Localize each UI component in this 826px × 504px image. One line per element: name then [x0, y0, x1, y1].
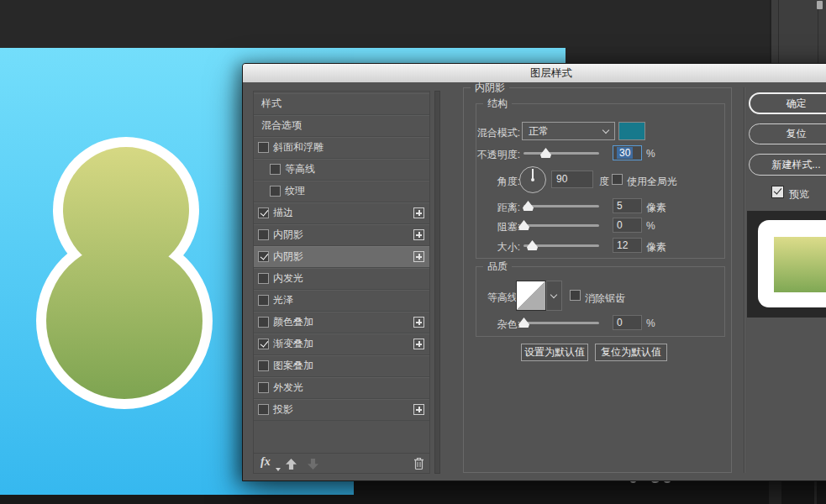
style-list-item-pattern-overlay[interactable]: 图案叠加	[254, 355, 429, 377]
noise-unit: %	[646, 318, 655, 329]
effect-checkbox[interactable]	[258, 251, 269, 262]
effect-checkbox[interactable]	[258, 207, 269, 218]
style-list-item-label: 内阴影	[273, 246, 303, 267]
panel-edge	[769, 481, 781, 504]
quality-legend: 品质	[483, 261, 512, 272]
choke-value: 0	[617, 219, 623, 231]
size-input[interactable]: 12	[613, 238, 642, 253]
noise-label: 杂色:	[443, 318, 520, 332]
style-list-item-label: 颜色叠加	[273, 312, 313, 333]
style-list-item-contour[interactable]: 等高线	[254, 159, 429, 181]
move-effect-down-icon[interactable]	[308, 459, 318, 470]
angle-label: 角度:	[443, 175, 520, 189]
size-value: 12	[617, 239, 628, 251]
effect-checkbox[interactable]	[258, 382, 269, 393]
add-effect-button[interactable]	[413, 207, 424, 218]
effect-checkbox[interactable]	[258, 295, 269, 306]
preview-checkbox[interactable]	[771, 186, 784, 198]
effect-checkbox[interactable]	[270, 186, 281, 197]
choke-unit: %	[646, 220, 655, 232]
style-list-item-drop-shadow[interactable]: 投影	[254, 399, 429, 421]
fx-icon[interactable]: fx	[260, 455, 271, 469]
preview-shape-fill	[774, 237, 826, 292]
add-effect-button[interactable]	[413, 229, 424, 240]
style-list-item-bevel-emboss[interactable]: 斜面和浮雕	[254, 137, 429, 159]
style-list-item-blending-options[interactable]: 混合选项	[254, 115, 429, 137]
delete-effect-trash-icon[interactable]	[413, 457, 424, 470]
distance-unit: 像素	[646, 201, 666, 215]
chevron-down-icon	[550, 291, 557, 298]
angle-value: 90	[556, 173, 567, 185]
style-list-item-label: 样式	[261, 93, 281, 114]
style-list-item-styles[interactable]: 样式	[254, 93, 429, 115]
angle-input[interactable]: 90	[551, 171, 593, 188]
reset-default-button[interactable]: 复位为默认值	[595, 344, 667, 361]
use-global-light-checkbox[interactable]	[612, 174, 623, 185]
panel-header: 内阴影	[471, 82, 509, 93]
structure-legend: 结构	[483, 98, 512, 109]
add-effect-button[interactable]	[413, 404, 424, 415]
shadow-color-swatch[interactable]	[618, 122, 645, 140]
ok-button[interactable]: 确定	[749, 92, 826, 114]
antialias-label: 消除锯齿	[585, 291, 625, 306]
style-list-item-outer-glow[interactable]: 外发光	[254, 377, 429, 399]
style-list-item-satin[interactable]: 光泽	[254, 290, 429, 312]
antialias-checkbox[interactable]	[570, 290, 581, 301]
choke-label: 阻塞:	[443, 220, 520, 234]
effect-checkbox[interactable]	[258, 404, 269, 415]
style-list-toolbar: fx	[254, 453, 429, 474]
style-list-item-label: 外发光	[273, 377, 303, 398]
style-list-item-label: 渐变叠加	[273, 333, 313, 354]
contour-thumbnail[interactable]	[516, 281, 546, 311]
dialog-titlebar[interactable]: 图层样式	[243, 64, 826, 82]
noise-slider[interactable]	[523, 322, 599, 324]
style-list-item-stroke[interactable]: 描边	[254, 202, 429, 224]
angle-dial[interactable]	[519, 166, 546, 193]
distance-slider[interactable]	[523, 205, 599, 207]
effect-checkbox[interactable]	[258, 317, 269, 328]
effect-checkbox[interactable]	[258, 229, 269, 240]
choke-input[interactable]: 0	[613, 218, 642, 233]
style-list-item-inner-glow[interactable]: 内发光	[254, 268, 429, 290]
move-effect-up-icon[interactable]	[286, 459, 297, 470]
choke-slider[interactable]	[523, 224, 599, 227]
effect-checkbox[interactable]	[258, 273, 269, 284]
style-list-item-color-overlay[interactable]: 颜色叠加	[254, 312, 429, 333]
noise-value: 0	[617, 317, 623, 328]
style-list-item-texture[interactable]: 纹理	[254, 181, 429, 202]
cancel-button[interactable]: 复位	[749, 123, 826, 144]
panel-edge	[814, 481, 817, 504]
style-list-item-gradient-overlay[interactable]: 渐变叠加	[254, 333, 429, 355]
panel-collapse-icon[interactable]	[817, 1, 823, 9]
effect-checkbox[interactable]	[258, 142, 269, 153]
style-list-item-inner-shadow-1[interactable]: 内阴影	[254, 224, 429, 246]
style-list-item-label: 图案叠加	[273, 355, 313, 376]
noise-input[interactable]: 0	[613, 315, 642, 330]
distance-input[interactable]: 5	[613, 198, 642, 213]
shape-fill	[46, 147, 203, 399]
style-list-item-inner-shadow-2-selected[interactable]: 内阴影	[254, 246, 429, 268]
effect-checkbox[interactable]	[258, 339, 269, 349]
contour-label: 等高线:	[443, 291, 520, 305]
effect-checkbox[interactable]	[258, 360, 269, 371]
blend-mode-dropdown[interactable]: 正常	[522, 122, 615, 140]
style-list-item-label: 光泽	[273, 290, 293, 311]
new-style-button[interactable]: 新建样式...	[749, 154, 826, 176]
preview-label: 预览	[789, 187, 809, 202]
add-effect-button[interactable]	[413, 317, 424, 328]
use-global-light-label: 使用全局光	[627, 175, 677, 189]
photoshop-workspace: 图层样式 样式 混合选项 斜面和浮雕 等高线 纹理	[0, 0, 826, 504]
effect-checkbox[interactable]	[270, 164, 281, 175]
layer-style-dialog: 图层样式 样式 混合选项 斜面和浮雕 等高线 纹理	[242, 63, 826, 481]
add-effect-button[interactable]	[413, 339, 424, 349]
style-list-scrollbar[interactable]	[434, 91, 440, 474]
dialog-title: 图层样式	[530, 67, 572, 79]
fx-menu-caret-icon[interactable]	[276, 468, 281, 471]
opacity-input[interactable]: 30	[613, 145, 642, 160]
style-list-item-label: 内阴影	[273, 224, 303, 245]
opacity-slider[interactable]	[523, 152, 599, 155]
add-effect-button[interactable]	[413, 251, 424, 262]
opacity-value: 30	[617, 147, 633, 159]
make-default-button[interactable]: 设置为默认值	[521, 344, 588, 361]
contour-dropdown-button[interactable]	[546, 281, 562, 311]
